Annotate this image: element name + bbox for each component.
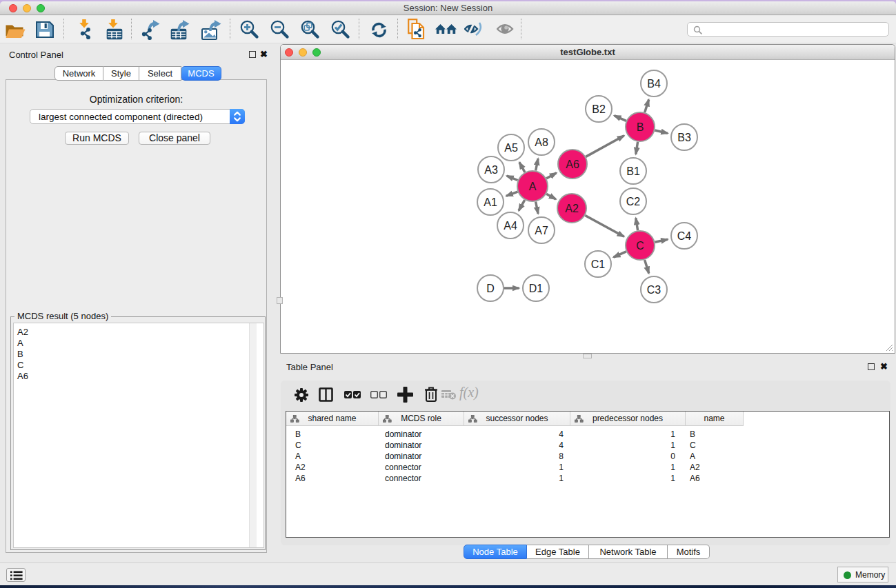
svg-text:A6: A6 xyxy=(566,159,579,170)
svg-text:C3: C3 xyxy=(647,284,661,296)
svg-text:A3: A3 xyxy=(484,164,498,176)
svg-text:B1: B1 xyxy=(626,165,640,177)
svg-text:A4: A4 xyxy=(504,220,517,232)
svg-text:D: D xyxy=(486,283,495,294)
svg-text:A7: A7 xyxy=(535,225,548,236)
svg-text:C4: C4 xyxy=(677,230,692,242)
svg-text:A8: A8 xyxy=(535,136,548,148)
svg-text:B3: B3 xyxy=(677,132,691,143)
svg-text:A5: A5 xyxy=(504,142,518,154)
svg-text:C: C xyxy=(636,240,644,252)
svg-text:A: A xyxy=(529,181,537,192)
svg-text:C1: C1 xyxy=(591,258,606,270)
svg-text:B: B xyxy=(637,121,644,133)
svg-text:A2: A2 xyxy=(565,203,579,214)
svg-text:B4: B4 xyxy=(647,78,661,90)
svg-text:A1: A1 xyxy=(484,196,497,208)
svg-text:B2: B2 xyxy=(592,103,606,115)
svg-text:D1: D1 xyxy=(529,283,544,294)
svg-text:C2: C2 xyxy=(626,196,641,207)
